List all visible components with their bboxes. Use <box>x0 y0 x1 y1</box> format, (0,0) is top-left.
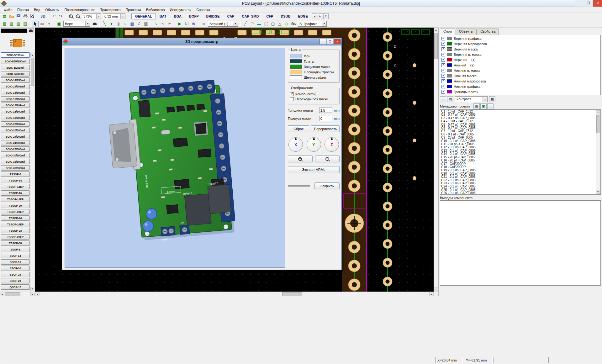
pattern-filter-box[interactable] <box>1 29 27 33</box>
color-swatch[interactable] <box>290 59 302 63</box>
print-icon[interactable] <box>22 13 29 19</box>
scroll-left-icon[interactable]: ◄ <box>35 292 40 296</box>
scroll-down-icon[interactable]: ▼ <box>434 287 438 291</box>
layer-row[interactable]: Нижняя графика <box>441 84 599 89</box>
dialog-minimize-button[interactable]: — <box>319 39 326 44</box>
library-scroll-left-icon[interactable]: ◄ <box>312 13 317 19</box>
panel-tab[interactable]: Свойства <box>477 29 499 35</box>
option-checkbox[interactable] <box>290 92 294 96</box>
pattern-list-item[interactable]: SOIC-8/150mil <box>1 52 30 58</box>
menu-item[interactable]: Вид <box>31 8 43 12</box>
3d-viewport[interactable]: Enable Relay16 Relay17 USB Power Power +… <box>65 48 285 268</box>
route-manual-tool[interactable]: ∿ <box>153 21 159 27</box>
ratlines-icon[interactable]: ≡ <box>200 21 207 27</box>
pattern-list-item[interactable]: TSSOP-28EP <box>1 234 30 240</box>
maximize-button[interactable]: ❐ <box>584 0 593 7</box>
layer-visibility-checkbox[interactable] <box>441 63 445 67</box>
signal-layer-select[interactable]: Верхний (1)▼ <box>208 21 238 27</box>
menu-item[interactable]: Справка <box>194 8 212 12</box>
pm-table-view-icon[interactable]: ▦ <box>473 103 480 109</box>
pattern-list-item[interactable]: SSOP-8 <box>1 247 30 252</box>
pattern-list-item[interactable]: SOIC-32/300mil <box>1 159 30 164</box>
polyline-tool[interactable]: △ <box>277 21 283 27</box>
pattern-list-item[interactable]: SOIC-20/300mil <box>1 128 30 133</box>
ellipse-tool[interactable]: ◯ <box>263 21 269 27</box>
place-pad-tool[interactable]: ● <box>108 21 115 27</box>
pattern-list-item[interactable]: SOIC-16/209mil <box>1 103 30 108</box>
layer-visibility-checkbox[interactable] <box>441 74 445 78</box>
component-list-item[interactable]: C16 - 20 pf - CAP_0805 <box>441 159 595 162</box>
route-arc-tool[interactable]: ∾ <box>160 21 166 27</box>
pattern-list-item[interactable]: SSOP-20 <box>1 266 30 271</box>
combo-arrow-icon[interactable]: ▼ <box>322 21 326 26</box>
library-tab[interactable]: DSUB <box>277 13 294 19</box>
color-swatch[interactable] <box>290 70 302 74</box>
layer-visibility-checkbox[interactable] <box>441 69 445 72</box>
layer-color-swatch[interactable] <box>447 47 452 51</box>
scroll-up-icon[interactable]: ▲ <box>30 53 34 57</box>
layer-color-swatch[interactable] <box>447 58 452 61</box>
layer-visibility-checkbox[interactable] <box>441 47 445 51</box>
pattern-list-item[interactable]: SOIC-14/300mil <box>1 90 30 95</box>
open-file-icon[interactable] <box>8 13 15 19</box>
dialog-close-button[interactable]: ✕ <box>334 39 341 44</box>
arc-tool[interactable]: ◠ <box>249 21 256 27</box>
grid-table-icon[interactable]: ▦ <box>143 21 149 27</box>
3d-zoom-in-button[interactable]: + <box>288 156 313 162</box>
combo-arrow-icon[interactable]: ▼ <box>96 14 101 19</box>
export-vrml-button[interactable]: Экспорт VRML <box>288 166 340 173</box>
library-tab[interactable]: CFP <box>262 13 277 19</box>
unroute-tool[interactable]: ✂ <box>166 21 173 27</box>
pattern-list-item[interactable]: SOIC-8EP/150mil <box>1 59 30 64</box>
menu-item[interactable]: Правка <box>15 8 31 12</box>
color-swatch[interactable] <box>290 75 302 79</box>
zoom-in-icon[interactable]: + <box>67 13 74 19</box>
combo-arrow-icon[interactable]: ▼ <box>85 21 90 26</box>
add-layer-icon[interactable]: + <box>440 96 446 102</box>
layer-visibility-checkbox[interactable] <box>441 79 445 83</box>
pm-components-view-icon[interactable]: ▣ <box>480 103 487 109</box>
pattern-list-item[interactable]: SSOP-24 <box>1 272 30 277</box>
layer-color-swatch[interactable] <box>447 69 452 72</box>
verify-design-icon[interactable]: ☑ <box>183 21 190 27</box>
combo-arrow-icon[interactable]: ▼ <box>120 14 125 19</box>
dialog-title-bar[interactable]: 3D предпросмотр — ❐ ✕ <box>62 38 341 45</box>
search-icon[interactable] <box>91 21 98 27</box>
layer-color-swatch[interactable] <box>447 53 452 56</box>
layer-row[interactable]: Границы платы <box>441 89 599 94</box>
canvas-hscrollbar[interactable]: ◄ ► <box>35 292 434 296</box>
pcb-canvas[interactable]: 1 2 <box>35 28 438 296</box>
place-trace-tool[interactable]: ╲ <box>101 21 108 27</box>
contrast-settings-icon[interactable]: ▦ <box>489 96 495 102</box>
combo-arrow-icon[interactable]: ▼ <box>483 97 487 102</box>
pattern-list-item[interactable]: QSOP-16 <box>1 284 30 290</box>
pattern-list-item[interactable]: SSOP-14 <box>1 253 30 258</box>
text-tool[interactable]: Aвс <box>290 21 297 27</box>
menu-item[interactable]: Библиотека <box>144 8 167 12</box>
component-list-item[interactable]: C21 - 0.1 uf - CAP_0805 <box>441 175 595 178</box>
pattern-list-item[interactable]: SOIC-16/150mil <box>1 96 30 102</box>
scroll-up-icon[interactable]: ▲ <box>434 28 438 32</box>
undo-icon[interactable]: ↶ <box>50 13 57 19</box>
layer-row[interactable]: Верхняя маска <box>441 46 599 52</box>
panel-tab[interactable]: Объекты <box>456 29 477 35</box>
pattern-search-button[interactable] <box>28 28 34 33</box>
zoom-select[interactable]: 373%▼ <box>82 13 101 19</box>
layer-visibility-checkbox[interactable] <box>441 42 445 46</box>
menu-item[interactable]: Трассировка <box>98 8 123 12</box>
pattern-list-item[interactable]: SOIC-20/209mil <box>1 121 30 127</box>
contrast-select[interactable]: Контраст▼ <box>455 96 488 102</box>
layers-grid-icon[interactable]: ▦ <box>1 21 8 27</box>
layer-row[interactable]: Верхняя маркировка <box>441 41 599 46</box>
pattern-list-item[interactable]: SOIC-24/300mil <box>1 140 30 145</box>
menu-item[interactable]: Позиционирование <box>62 8 98 12</box>
panel-tab[interactable]: Слои <box>440 29 455 35</box>
component-list-scrollbar[interactable]: ▲ ▼ <box>596 110 600 194</box>
measure-tool[interactable]: ∠ <box>136 21 142 27</box>
zoom-out-icon[interactable]: - <box>74 13 81 19</box>
rotation-dial[interactable]: X <box>288 137 303 152</box>
rotation-dial[interactable]: Z <box>325 137 339 152</box>
layer-row[interactable]: Нижняя маркировка <box>441 78 599 84</box>
layer-row[interactable]: Верхняя графика <box>441 36 599 41</box>
library-tab[interactable]: BAT <box>156 13 170 19</box>
